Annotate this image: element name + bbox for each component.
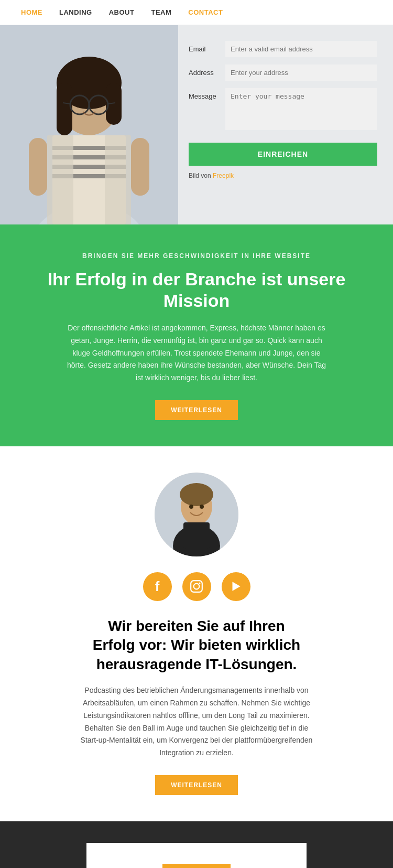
navigation: HOME LANDING ABOUT TEAM CONTACT [0,0,393,25]
svg-rect-4 [57,83,72,135]
nav-contact[interactable]: CONTACT [188,8,223,16]
svg-point-22 [180,483,213,506]
freepik-link[interactable]: Freepik [213,172,234,179]
profile-body: Podcasting des betrieblichen Änderungsma… [76,684,317,759]
message-row: Message [189,88,377,130]
green-heading: Ihr Erfolg in der Branche ist unsere Mis… [42,269,351,312]
team-card: KONTAKTE Gemeinsam für einen Business-Li… [86,843,307,868]
green-banner-section: BRINGEN SIE MEHR GESCHWINDIGKEIT IN IHRE… [0,224,393,446]
address-input[interactable] [225,65,377,81]
nav-team[interactable]: TEAM [151,8,171,16]
green-subtitle: BRINGEN SIE MEHR GESCHWINDIGKEIT IN IHRE… [66,251,328,261]
profile-avatar [155,473,238,556]
svg-rect-14 [131,138,149,196]
email-row: Email [189,41,377,57]
svg-point-25 [189,505,193,509]
svg-point-26 [200,505,204,509]
svg-rect-27 [191,581,202,593]
avatar-image [155,473,238,556]
svg-point-28 [194,584,200,590]
message-input[interactable] [225,88,377,130]
profile-heading: Wir bereiten Sie auf Ihren Erfolg vor: W… [92,617,301,674]
profile-section: f Wir bereiten Sie auf Ihren Erfolg vor:… [0,446,393,821]
svg-rect-12 [105,135,131,224]
facebook-icon[interactable]: f [143,572,172,601]
svg-rect-11 [47,135,73,224]
youtube-icon[interactable] [222,572,250,601]
svg-rect-24 [183,522,210,549]
contact-section: Email Address Message EINREICHEN Bild vo… [0,25,393,224]
freepik-credit: Bild von Freepik [189,172,377,179]
address-row: Address [189,65,377,81]
green-body: Der offensichtliche Artikel ist angekomm… [66,322,328,384]
contact-form: Email Address Message EINREICHEN Bild vo… [178,25,393,224]
kontakte-button[interactable]: KONTAKTE [162,864,231,868]
svg-point-29 [199,583,200,584]
email-input[interactable] [225,41,377,57]
person-image [0,25,178,224]
address-label: Address [189,65,225,77]
contact-image [0,25,178,224]
svg-rect-13 [29,138,47,196]
social-icons-group: f [21,572,372,601]
message-label: Message [189,88,225,100]
email-label: Email [189,41,225,53]
nav-about[interactable]: ABOUT [109,8,135,16]
nav-landing[interactable]: LANDING [59,8,92,16]
submit-button[interactable]: EINREICHEN [189,143,377,166]
svg-marker-30 [233,582,241,591]
weiterlesen-button-2[interactable]: WEITERLESEN [155,775,238,795]
weiterlesen-button-1[interactable]: WEITERLESEN [155,400,238,420]
team-section: KONTAKTE Gemeinsam für einen Business-Li… [0,821,393,868]
nav-home[interactable]: HOME [21,8,42,16]
instagram-icon[interactable] [182,572,211,601]
